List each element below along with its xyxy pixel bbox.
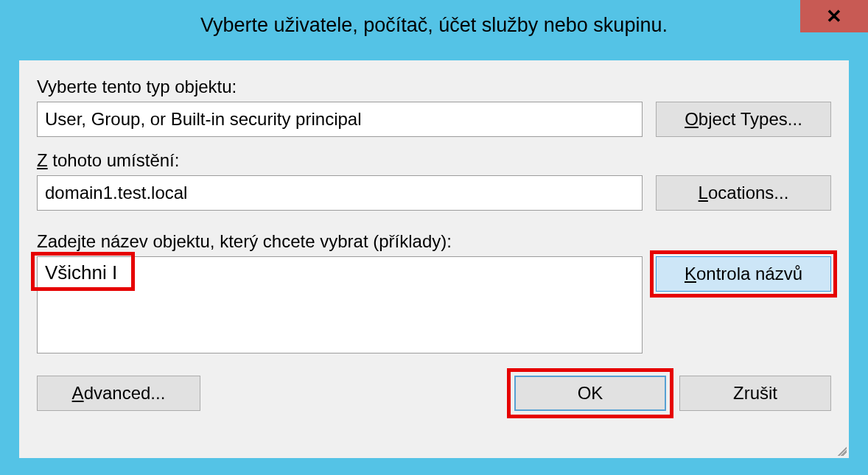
close-icon: ✕ xyxy=(826,7,842,26)
titlebar: Vyberte uživatele, počítač, účet služby … xyxy=(2,2,866,48)
cancel-button[interactable]: Zrušit xyxy=(679,376,831,411)
check-names-button[interactable]: Kontrola názvů xyxy=(656,256,831,292)
object-types-button[interactable]: Object Types... xyxy=(656,102,831,137)
advanced-button[interactable]: Advanced... xyxy=(37,376,200,411)
window-title: Vyberte uživatele, počítač, účet služby … xyxy=(127,14,741,37)
object-type-label: Vyberte tento typ objektu: xyxy=(37,77,831,97)
resize-grip-icon[interactable] xyxy=(835,444,847,456)
locations-button[interactable]: Locations... xyxy=(656,175,831,211)
ok-button[interactable]: OK xyxy=(514,376,666,411)
dialog-panel: Vyberte tento typ objektu: User, Group, … xyxy=(19,60,849,458)
close-button[interactable]: ✕ xyxy=(800,0,868,32)
location-label: Z tohoto umístění: xyxy=(37,150,831,171)
object-type-field: User, Group, or Built-in security princi… xyxy=(37,102,643,137)
location-field: domain1.test.local xyxy=(37,175,643,211)
object-name-input[interactable] xyxy=(37,256,643,353)
object-name-label: Zadejte název objektu, který chcete vybr… xyxy=(37,231,831,252)
